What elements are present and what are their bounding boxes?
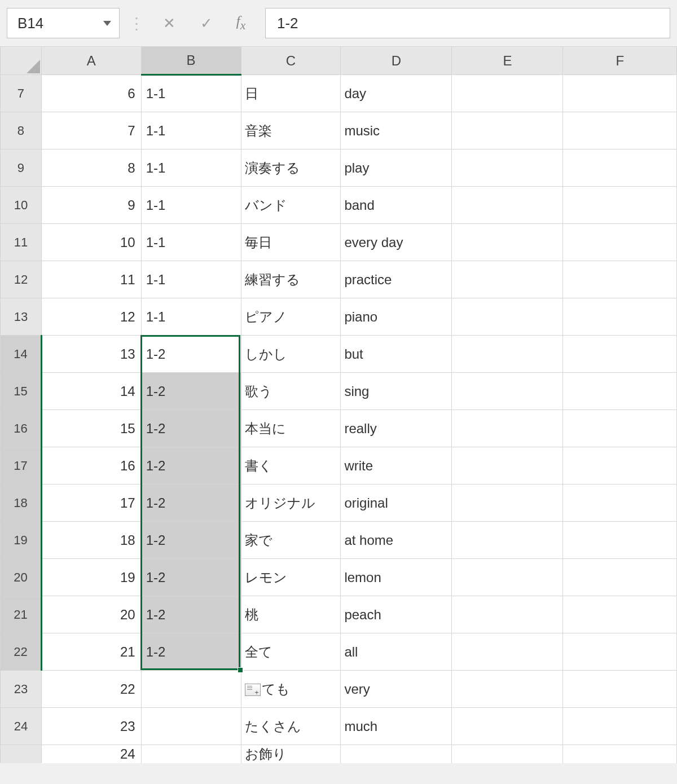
cell-F7[interactable] [563, 75, 677, 112]
row-header[interactable] [1, 745, 42, 764]
cell-F22[interactable] [563, 633, 677, 671]
cell-F24[interactable] [563, 708, 677, 745]
cell-F23[interactable] [563, 671, 677, 708]
cell-A9[interactable]: 8 [41, 149, 141, 187]
row-header[interactable]: 8 [1, 112, 42, 149]
row-header[interactable]: 19 [1, 522, 42, 559]
cell-B25[interactable] [141, 745, 241, 764]
cell-E15[interactable] [452, 373, 563, 410]
cell-D13[interactable]: piano [341, 298, 452, 336]
cell-A15[interactable]: 14 [41, 373, 141, 410]
row-header[interactable]: 16 [1, 410, 42, 447]
row-header[interactable]: 9 [1, 149, 42, 187]
cell-C7[interactable]: 日 [241, 75, 341, 112]
cell-F10[interactable] [563, 187, 677, 224]
cell-E9[interactable] [452, 149, 563, 187]
cell-F19[interactable] [563, 522, 677, 559]
cell-B21[interactable]: 1-2 [141, 596, 241, 633]
cell-E22[interactable] [452, 633, 563, 671]
row-header[interactable]: 11 [1, 224, 42, 261]
cell-E7[interactable] [452, 75, 563, 112]
cell-C9[interactable]: 演奏する [241, 149, 341, 187]
cell-C16[interactable]: 本当に [241, 410, 341, 447]
row-header[interactable]: 17 [1, 447, 42, 485]
cell-D12[interactable]: practice [341, 261, 452, 298]
cell-E19[interactable] [452, 522, 563, 559]
cell-B14[interactable]: 1-2 [141, 336, 241, 373]
cell-D7[interactable]: day [341, 75, 452, 112]
cell-A10[interactable]: 9 [41, 187, 141, 224]
cell-A17[interactable]: 16 [41, 447, 141, 485]
cell-A22[interactable]: 21 [41, 633, 141, 671]
cell-E12[interactable] [452, 261, 563, 298]
cell-A18[interactable]: 17 [41, 485, 141, 522]
cell-D9[interactable]: play [341, 149, 452, 187]
cell-C17[interactable]: 書く [241, 447, 341, 485]
cell-B13[interactable]: 1-1 [141, 298, 241, 336]
cell-D22[interactable]: all [341, 633, 452, 671]
cell-D16[interactable]: really [341, 410, 452, 447]
cell-D19[interactable]: at home [341, 522, 452, 559]
cell-A21[interactable]: 20 [41, 596, 141, 633]
cell-F13[interactable] [563, 298, 677, 336]
cell-A23[interactable]: 22 [41, 671, 141, 708]
cell-C24[interactable]: たくさん [241, 708, 341, 745]
spreadsheet-grid[interactable]: ABCDEF 761-1日day871-1音楽music981-1演奏するpla… [0, 46, 677, 763]
cell-A7[interactable]: 6 [41, 75, 141, 112]
cell-F14[interactable] [563, 336, 677, 373]
cell-F16[interactable] [563, 410, 677, 447]
select-all-corner[interactable] [1, 47, 42, 75]
cell-F8[interactable] [563, 112, 677, 149]
cell-F15[interactable] [563, 373, 677, 410]
cell-B9[interactable]: 1-1 [141, 149, 241, 187]
cell-A24[interactable]: 23 [41, 708, 141, 745]
column-header-B[interactable]: B [141, 47, 241, 75]
cell-A12[interactable]: 11 [41, 261, 141, 298]
cell-A20[interactable]: 19 [41, 559, 141, 596]
name-box[interactable]: B14 [7, 8, 120, 38]
cell-C15[interactable]: 歌う [241, 373, 341, 410]
formula-input[interactable]: 1-2 [265, 8, 670, 38]
cell-E24[interactable] [452, 708, 563, 745]
cell-C21[interactable]: 桃 [241, 596, 341, 633]
cell-B19[interactable]: 1-2 [141, 522, 241, 559]
cell-B18[interactable]: 1-2 [141, 485, 241, 522]
cancel-button[interactable]: ✕ [153, 8, 185, 38]
cell-C8[interactable]: 音楽 [241, 112, 341, 149]
cell-D21[interactable]: peach [341, 596, 452, 633]
dropdown-icon[interactable] [103, 21, 111, 26]
cell-C25[interactable]: お飾り [241, 745, 341, 764]
cell-E11[interactable] [452, 224, 563, 261]
row-header[interactable]: 23 [1, 671, 42, 708]
cell-C19[interactable]: 家で [241, 522, 341, 559]
cell-B10[interactable]: 1-1 [141, 187, 241, 224]
cell-C18[interactable]: オリジナル [241, 485, 341, 522]
cell-C12[interactable]: 練習する [241, 261, 341, 298]
cell-F20[interactable] [563, 559, 677, 596]
cell-C23[interactable]: ても [241, 671, 341, 708]
column-header-A[interactable]: A [41, 47, 141, 75]
row-header[interactable]: 14 [1, 336, 42, 373]
row-header[interactable]: 13 [1, 298, 42, 336]
cell-D25[interactable] [341, 745, 452, 764]
column-header-D[interactable]: D [341, 47, 452, 75]
cell-A14[interactable]: 13 [41, 336, 141, 373]
cell-B17[interactable]: 1-2 [141, 447, 241, 485]
cell-D23[interactable]: very [341, 671, 452, 708]
cell-E17[interactable] [452, 447, 563, 485]
cell-F11[interactable] [563, 224, 677, 261]
cell-D24[interactable]: much [341, 708, 452, 745]
cell-B22[interactable]: 1-2 [141, 633, 241, 671]
cell-E25[interactable] [452, 745, 563, 764]
cell-E21[interactable] [452, 596, 563, 633]
insert-function-button[interactable]: fx [228, 8, 260, 38]
cell-A8[interactable]: 7 [41, 112, 141, 149]
row-header[interactable]: 24 [1, 708, 42, 745]
cell-B24[interactable] [141, 708, 241, 745]
cell-F21[interactable] [563, 596, 677, 633]
cell-D10[interactable]: band [341, 187, 452, 224]
cell-C22[interactable]: 全て [241, 633, 341, 671]
cell-A13[interactable]: 12 [41, 298, 141, 336]
cell-A25[interactable]: 24 [41, 745, 141, 764]
cell-D8[interactable]: music [341, 112, 452, 149]
